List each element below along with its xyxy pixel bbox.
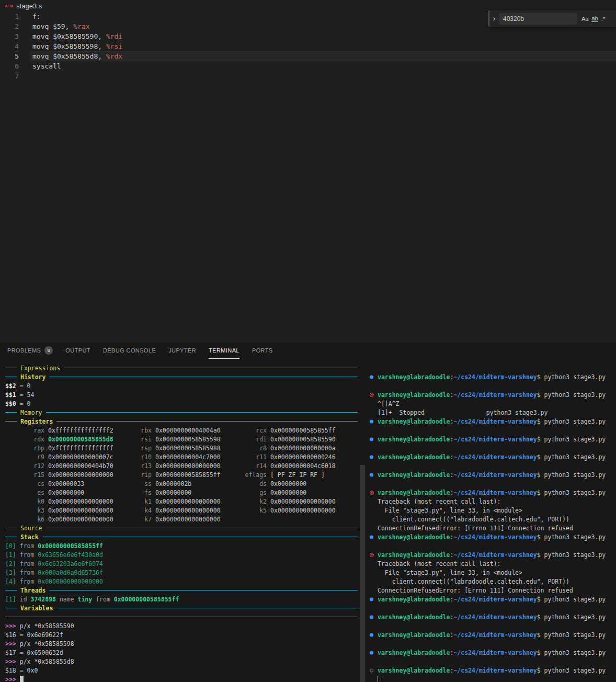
- register-name: k4: [122, 507, 152, 514]
- panel-tab-terminal[interactable]: TERMINAL: [209, 342, 239, 359]
- section-header-source: Source: [5, 524, 358, 532]
- prompt-command: python3 stage3.py: [541, 551, 606, 559]
- register-value: 0x00000000585855ff: [270, 427, 336, 434]
- section-label: Expressions: [20, 365, 60, 372]
- command-success-icon[interactable]: [370, 651, 373, 654]
- whole-word-icon[interactable]: ab: [591, 15, 598, 22]
- register-cell: r120x0000000000404b70: [5, 462, 122, 470]
- command-success-icon[interactable]: [370, 615, 373, 619]
- terminal-line: [368, 461, 616, 470]
- panel-tab-debug-console[interactable]: DEBUG CONSOLE: [103, 342, 156, 359]
- register-value: 0x0000000058585988: [155, 445, 221, 452]
- code-text: movq $0x585855d8, %rdx: [32, 52, 122, 60]
- terminal-line: Traceback (most recent call last):: [368, 559, 616, 568]
- scrollbar-thumb[interactable]: [360, 465, 365, 682]
- debugger-line: [1] from 0x63656e6e6f430a0d: [5, 550, 358, 559]
- stack-frame-address: 0x000a0d0a0d65736f: [38, 569, 103, 576]
- stack-frame-index: [3]: [5, 569, 16, 576]
- terminal-line: client.connect(("labradoodle.caltech.edu…: [368, 577, 616, 586]
- register-cell: r130x0000000000000000: [122, 462, 237, 470]
- register-value: 0x0000000058585590: [270, 436, 336, 443]
- shell-terminal-pane[interactable]: varshney@labradoodle:~/cs24/midterm-vars…: [368, 359, 616, 682]
- section-label: Registers: [20, 418, 53, 425]
- terminal-line: varshney@labradoodle:~/cs24/midterm-vars…: [368, 452, 616, 461]
- register-value: 0xfffffffffffffff2: [48, 427, 113, 434]
- register-value: 0x00000000585855ff: [155, 471, 221, 479]
- gdb-command: p/x *0x585855d8: [20, 658, 74, 665]
- terminal-line: [368, 426, 616, 435]
- problems-count-badge: 8: [44, 346, 53, 355]
- register-name: rip: [122, 471, 152, 479]
- chevron-right-icon[interactable]: ›: [489, 14, 499, 24]
- register-value: 0x00000000: [270, 480, 306, 487]
- register-value: 0x0000000000000000: [48, 507, 113, 514]
- debugger-line: rax0xfffffffffffffff2rbx0x00000000004004…: [5, 426, 358, 435]
- command-running-icon[interactable]: [370, 668, 373, 672]
- register-value: 0x0000000000000000: [155, 498, 221, 505]
- prompt-command: python3 stage3.py: [541, 436, 606, 443]
- terminal-line: [368, 363, 616, 372]
- prompt-path: ~/cs24/midterm-varshney: [453, 391, 537, 399]
- prompt-path: ~/cs24/midterm-varshney: [453, 596, 537, 603]
- register-name: k1: [122, 498, 152, 505]
- code-text: f:: [32, 13, 41, 20]
- thread-name: tiny: [78, 596, 93, 603]
- command-success-icon[interactable]: [370, 437, 373, 441]
- thread-id: 3742898: [30, 596, 55, 603]
- terminal-line: [368, 657, 616, 666]
- result-name: $18: [5, 667, 16, 674]
- register-cell: r140x00000000004c6018: [237, 462, 358, 470]
- panel-tab-label: PROBLEMS: [7, 347, 41, 354]
- prompt-command: python3 stage3.py: [541, 373, 606, 381]
- command-success-icon[interactable]: [370, 473, 373, 476]
- terminal-line: varshney@labradoodle:~/cs24/midterm-vars…: [368, 630, 616, 639]
- section-label: Threads: [20, 587, 45, 594]
- stack-frame-address: 0x00000000585855ff: [38, 542, 103, 550]
- command-success-icon[interactable]: [370, 535, 373, 539]
- register-value: 0x0000000000000000: [48, 516, 113, 523]
- rule-line: [5, 617, 358, 617]
- command-success-icon[interactable]: [370, 419, 373, 423]
- command-error-icon[interactable]: ×: [370, 553, 374, 557]
- register-name: r13: [122, 462, 152, 470]
- panel-tab-ports[interactable]: PORTS: [252, 342, 273, 359]
- section-rule-line: [46, 528, 358, 528]
- register-cell: eflags[ PF ZF IF RF ]: [237, 471, 358, 479]
- register-name: k2: [237, 498, 267, 505]
- gdb-command: p/x *0x58585598: [20, 640, 74, 647]
- editor-pane[interactable]: ASM stage3.s 1f:2movq $59, %rax3movq $0x…: [0, 0, 616, 342]
- prompt-command: python3 stage3.py: [541, 596, 606, 603]
- prompt-user-host: varshney@labradoodle: [378, 489, 450, 496]
- debugger-line: r120x0000000000404b70r130x00000000000000…: [5, 461, 358, 470]
- gdb-dashboard-pane[interactable]: ExpressionsHistory$$2 = 0$$1 = 54$$0 = 0…: [0, 359, 366, 682]
- terminal-line: varshney@labradoodle:~/cs24/midterm-vars…: [368, 435, 616, 444]
- command-success-icon[interactable]: [370, 455, 373, 459]
- register-name: eflags: [237, 471, 267, 479]
- command-success-icon[interactable]: [370, 633, 373, 636]
- register-value: 0x0000000000000000: [48, 498, 113, 505]
- register-value: 0x000000000000007c: [48, 453, 113, 461]
- command-error-icon[interactable]: ×: [370, 491, 374, 495]
- terminal-line: [368, 675, 616, 682]
- prompt-user-host: varshney@labradoodle: [378, 533, 450, 541]
- panel-tab-output[interactable]: OUTPUT: [65, 342, 90, 359]
- editor-tab[interactable]: ASM stage3.s: [0, 0, 616, 12]
- register-name: r10: [122, 453, 152, 461]
- find-input[interactable]: 40320b: [499, 13, 577, 25]
- line-number: 4: [0, 42, 19, 50]
- match-case-icon[interactable]: Aa: [581, 16, 588, 22]
- regex-icon[interactable]: .*: [601, 16, 605, 22]
- prompt-command: python3 stage3.py: [541, 533, 606, 541]
- command-success-icon[interactable]: [370, 597, 373, 601]
- register-value: 0x0000000000000246: [270, 453, 336, 461]
- prompt-user-host: varshney@labradoodle: [378, 667, 450, 674]
- panel-tab-jupyter[interactable]: JUPYTER: [168, 342, 196, 359]
- prompt-user-host: varshney@labradoodle: [378, 649, 450, 656]
- gdb-prompt: >>>: [5, 676, 20, 682]
- command-success-icon[interactable]: [370, 375, 373, 379]
- section-rule-line: [64, 368, 358, 368]
- terminal-line: [368, 479, 616, 488]
- panel-tab-problems[interactable]: PROBLEMS8: [7, 342, 53, 359]
- command-error-icon[interactable]: ×: [370, 393, 374, 397]
- terminal-line: ×varshney@labradoodle:~/cs24/midterm-var…: [368, 550, 616, 559]
